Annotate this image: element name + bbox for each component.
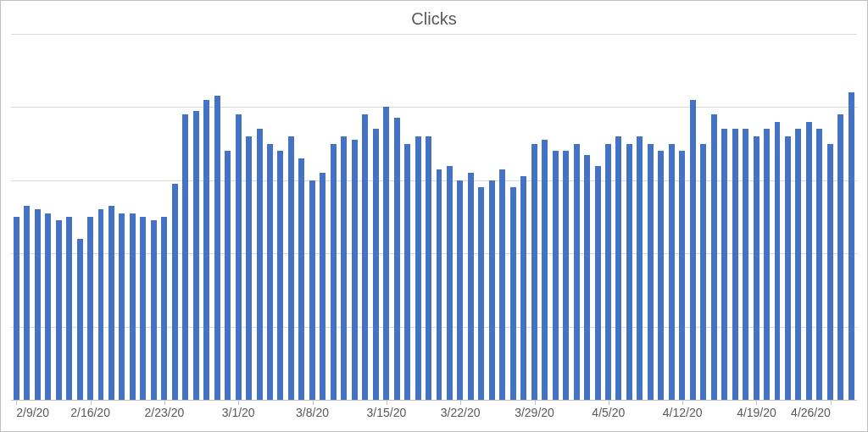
- bar-slot: [243, 34, 253, 400]
- bar-slot: [498, 34, 508, 400]
- bar: [24, 206, 30, 400]
- bar-slot: [751, 34, 761, 400]
- bar-slot: [127, 34, 137, 400]
- bar-slot: [550, 34, 560, 400]
- bar: [542, 140, 548, 400]
- bar-slot: [476, 34, 487, 400]
- bar: [489, 180, 495, 400]
- bar: [595, 166, 601, 400]
- x-tick: [609, 401, 609, 405]
- bar: [331, 144, 337, 400]
- bar-slot: [519, 34, 529, 400]
- bar-slot: [85, 34, 95, 400]
- bar: [35, 209, 41, 400]
- bar-slot: [815, 34, 825, 400]
- x-axis-label: 4/5/20: [592, 406, 625, 419]
- bar-slot: [307, 34, 317, 400]
- bar-slot: [359, 34, 370, 400]
- bar: [225, 151, 231, 400]
- bar-slot: [603, 34, 613, 400]
- bar-slot: [772, 34, 782, 400]
- x-axis-label: 3/29/20: [515, 406, 554, 419]
- bar: [732, 129, 738, 400]
- bar: [510, 187, 516, 400]
- x-tick: [535, 401, 536, 405]
- bar: [257, 129, 263, 400]
- bar: [161, 217, 167, 400]
- bar: [743, 129, 748, 400]
- bar: [849, 92, 854, 400]
- x-axis-label: 3/8/20: [296, 406, 329, 419]
- bar: [151, 220, 157, 400]
- bar-slot: [11, 34, 21, 400]
- bar-slot: [349, 34, 359, 400]
- bar: [816, 129, 822, 400]
- bar: [352, 140, 358, 400]
- bar-slot: [212, 34, 222, 400]
- x-axis-label: 4/26/20: [791, 406, 831, 419]
- bar: [531, 144, 537, 400]
- bar: [236, 114, 242, 400]
- x-axis-label: 2/23/20: [145, 406, 185, 419]
- bar: [394, 118, 400, 400]
- bar: [637, 136, 643, 400]
- bar-slot: [286, 34, 296, 400]
- x-tick: [682, 401, 683, 405]
- bar: [362, 114, 368, 400]
- bar: [373, 129, 379, 400]
- bar-slot: [666, 34, 676, 400]
- bar-slot: [42, 34, 53, 400]
- bar: [669, 144, 675, 400]
- bar: [87, 217, 93, 400]
- bar: [246, 136, 252, 400]
- x-tick: [164, 401, 165, 405]
- x-axis-label: 3/15/20: [367, 406, 407, 419]
- bar: [56, 220, 62, 400]
- bar: [214, 96, 220, 400]
- bar-slot: [846, 34, 856, 400]
- bar-slot: [455, 34, 465, 400]
- bar-slot: [264, 34, 275, 400]
- bar-slot: [21, 34, 31, 400]
- bar-slot: [614, 34, 624, 400]
- bar: [108, 206, 114, 400]
- bar-slot: [106, 34, 116, 400]
- bar: [203, 100, 209, 400]
- bar: [711, 114, 717, 400]
- bar-slot: [465, 34, 476, 400]
- bar: [193, 111, 199, 400]
- bar: [837, 114, 843, 400]
- bar-slot: [645, 34, 655, 400]
- bar-slot: [740, 34, 750, 400]
- x-tick: [313, 401, 314, 405]
- bar-slot: [370, 34, 381, 400]
- bar: [277, 151, 283, 400]
- x-axis-label: 4/19/20: [737, 406, 776, 419]
- bar: [130, 213, 136, 400]
- bar-slot: [402, 34, 412, 400]
- bar: [679, 151, 685, 400]
- bar-slot: [181, 34, 191, 400]
- plot-area: [11, 34, 857, 400]
- bar-slot: [318, 34, 328, 400]
- bar-slot: [804, 34, 814, 400]
- bar: [288, 136, 294, 400]
- bar-slot: [539, 34, 549, 400]
- bar-slot: [487, 34, 497, 400]
- x-tick: [16, 401, 17, 405]
- bar: [478, 187, 484, 400]
- bar-slot: [836, 34, 846, 400]
- bar: [563, 151, 569, 400]
- bar-slot: [423, 34, 433, 400]
- bar: [267, 144, 273, 400]
- bar-slot: [170, 34, 180, 400]
- bar-slot: [635, 34, 645, 400]
- bar-slot: [560, 34, 570, 400]
- bar: [785, 136, 791, 400]
- bar-slot: [413, 34, 423, 400]
- bar: [658, 151, 664, 400]
- bar-slot: [508, 34, 518, 400]
- bar: [626, 144, 632, 400]
- x-axis-label: 3/22/20: [441, 406, 481, 419]
- bar: [520, 176, 526, 400]
